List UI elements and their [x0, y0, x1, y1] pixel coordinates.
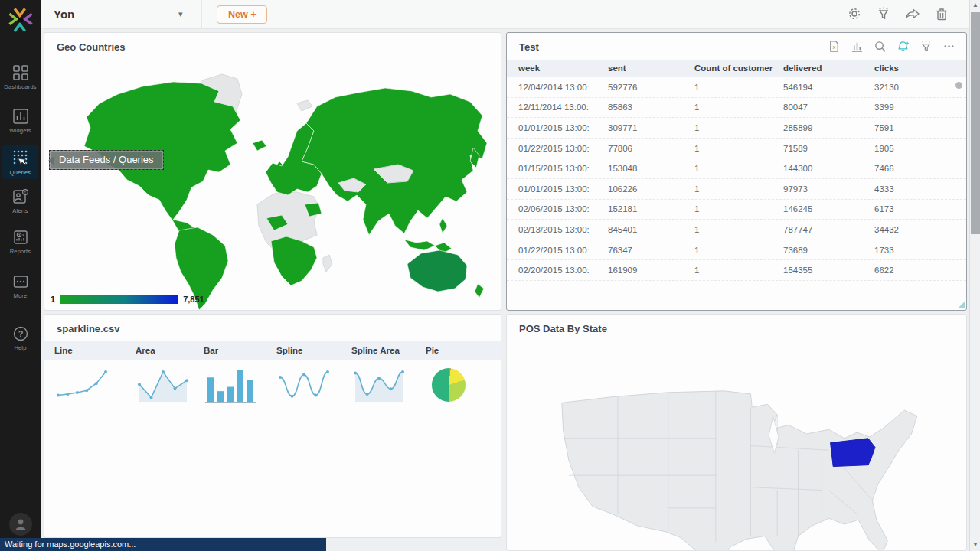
table-cell: 01/15/2015 13:00:	[518, 164, 608, 173]
column-header-spline: Spline	[276, 346, 351, 355]
country-australia[interactable]	[407, 250, 467, 292]
table-cell: 106226	[608, 184, 694, 194]
table-cell: 01/01/2015 13:00:	[518, 184, 608, 194]
table-cell: 1	[694, 83, 783, 92]
table-cell: 787747	[783, 225, 874, 234]
sparkline-header: Line Area Bar Spline Spline Area Pie	[44, 341, 501, 360]
table-cell: 12/04/2014 13:00:	[518, 83, 608, 92]
table-row[interactable]: 01/01/2015 13:00:30977112858997591	[507, 118, 966, 139]
state-pennsylvania[interactable]	[831, 439, 875, 467]
user-avatar[interactable]	[9, 513, 32, 536]
table-cell: 546194	[783, 83, 874, 92]
table-cell: 592776	[608, 83, 694, 92]
settings-gear-icon[interactable]	[847, 6, 862, 21]
share-icon[interactable]	[905, 6, 920, 21]
geo-legend-bar	[60, 295, 178, 304]
table-cell: 3399	[874, 103, 966, 112]
sidebar-item-help[interactable]: ? Help	[0, 325, 41, 351]
sparkline-line-chart	[54, 367, 113, 405]
table-cell: 01/01/2015 13:00:	[518, 123, 608, 132]
help-icon: ?	[12, 325, 29, 342]
cursor-icon	[18, 158, 26, 165]
column-header-sent[interactable]: sent	[608, 64, 694, 73]
sparkline-widget: sparkline.csv Line Area Bar Spline Splin…	[44, 314, 501, 538]
column-header-spline-area: Spline Area	[351, 346, 426, 355]
world-map[interactable]	[44, 57, 501, 311]
sidebar-item-more[interactable]: More	[0, 273, 41, 299]
filter-icon[interactable]	[876, 6, 891, 21]
table-cell: 6173	[874, 204, 966, 214]
table-cell: 76347	[608, 246, 694, 255]
table-cell: 1	[694, 204, 783, 214]
table-row[interactable]: 01/15/2015 13:00:15304811443007466	[507, 158, 966, 179]
queries-tooltip: Data Feeds / Queries	[49, 150, 164, 170]
widget-resize-handle[interactable]	[958, 302, 965, 308]
table-cell: 85863	[608, 103, 694, 112]
table-cell: 309771	[608, 123, 694, 132]
sidebar-item-widgets[interactable]: Widgets	[0, 108, 41, 134]
delete-trash-icon[interactable]	[934, 6, 949, 21]
table-row[interactable]: 02/20/2015 13:00:16190911543556622	[507, 260, 966, 281]
search-icon[interactable]	[874, 40, 887, 53]
sidebar-divider	[5, 311, 35, 311]
pie-glyph	[432, 368, 466, 402]
column-header-week[interactable]: week	[518, 64, 608, 73]
sidebar-item-alerts[interactable]: Alerts	[0, 188, 41, 214]
table-cell: 146245	[783, 204, 874, 214]
us-map[interactable]	[528, 342, 948, 551]
country-madagascar[interactable]	[323, 255, 332, 272]
table-cell: 1	[694, 123, 783, 132]
sidebar-item-queries[interactable]: Queries	[2, 145, 38, 179]
table-cell: 1733	[874, 246, 966, 255]
scroll-down-arrow[interactable]: ▼	[970, 540, 980, 550]
us-outline	[562, 391, 917, 551]
filter-icon[interactable]	[920, 40, 933, 53]
table-row[interactable]: 01/22/2015 13:00:763471736891733	[507, 240, 966, 261]
table-row[interactable]: 02/06/2015 13:00:15218111462456173	[507, 200, 966, 220]
table-scrollbar-thumb[interactable]	[956, 82, 962, 89]
scrollbar-thumb[interactable]	[971, 12, 980, 234]
sidebar-item-label: More	[0, 292, 41, 299]
table-cell: 73689	[783, 246, 874, 255]
test-table-body: 12/04/2014 13:00:59277615461943213012/11…	[507, 77, 966, 281]
sidebar-item-dashboards[interactable]: Dashboards	[0, 64, 41, 90]
sidebar-item-label: Widgets	[0, 127, 41, 134]
table-cell: 12/11/2014 13:00:	[518, 103, 608, 112]
scroll-up-arrow[interactable]: ▲	[970, 0, 980, 11]
svg-text:x: x	[833, 44, 836, 51]
column-header-clicks[interactable]: clicks	[874, 64, 966, 73]
alert-bell-icon[interactable]	[897, 40, 910, 53]
sidebar-item-label: Alerts	[0, 207, 41, 214]
column-header-delivered[interactable]: delivered	[783, 64, 874, 73]
legend-max-label: 7,851	[183, 295, 204, 304]
table-cell: 144300	[783, 164, 874, 173]
table-row[interactable]: 12/04/2014 13:00:592776154619432130	[507, 77, 966, 98]
table-cell: 6622	[874, 266, 966, 275]
sidebar: Dashboards Widgets Queries	[0, 0, 41, 551]
widget-title: sparkline.csv	[44, 315, 501, 334]
table-cell: 154355	[783, 266, 874, 275]
more-ellipsis-icon[interactable]	[942, 40, 956, 53]
table-cell: 1	[694, 164, 783, 173]
table-row[interactable]: 12/11/2014 13:00:858631800473399	[507, 98, 966, 119]
chevron-down-icon: ▾	[178, 9, 183, 19]
table-row[interactable]: 01/01/2015 13:00:1062261979734333	[507, 179, 966, 200]
new-button[interactable]: New +	[217, 5, 267, 24]
table-cell: 77806	[608, 144, 694, 153]
app-logo[interactable]	[7, 6, 34, 34]
test-table-widget: Test x week sent	[506, 32, 967, 311]
table-cell: 845401	[608, 225, 694, 234]
chart-icon[interactable]	[851, 40, 864, 53]
sparkline-spline-area-chart	[351, 367, 410, 405]
table-row[interactable]: 02/13/2015 13:00:845401178774734432	[507, 220, 966, 240]
table-cell: 01/22/2015 13:00:	[518, 246, 608, 255]
sidebar-item-reports[interactable]: Reports	[0, 229, 41, 255]
table-cell: 34432	[874, 225, 966, 234]
column-header-count[interactable]: Count of customer	[694, 64, 783, 73]
country-svalbard[interactable]	[297, 100, 312, 111]
table-row[interactable]: 01/22/2015 13:00:778061715891905	[507, 139, 966, 159]
table-header: week sent Count of customer delivered cl…	[507, 60, 966, 77]
export-excel-icon[interactable]: x	[828, 40, 841, 53]
page-scrollbar[interactable]: ▲ ▼	[969, 0, 980, 551]
sparkline-row	[44, 367, 501, 405]
